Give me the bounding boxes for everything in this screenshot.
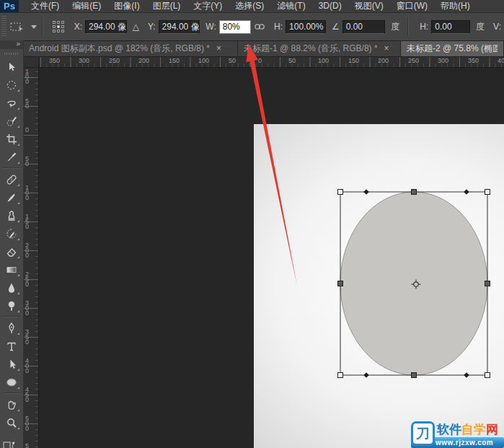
menu-item-layer[interactable]: 图层(L) (146, 0, 187, 12)
tool-ellipse[interactable] (1, 373, 22, 391)
transform-handle-sw[interactable] (338, 373, 343, 378)
tab-doc-untitled2[interactable]: 未标题-2 @ 75.8% (椭圆 (401, 40, 504, 56)
dodge-icon (6, 300, 17, 312)
toolbar-collapse-button[interactable]: » (0, 40, 23, 49)
tool-hand[interactable] (1, 395, 22, 413)
tool-path-selection[interactable] (1, 355, 22, 373)
brush-icon (6, 192, 17, 203)
tool-blur[interactable] (1, 278, 22, 297)
pen-icon (6, 322, 17, 334)
menu-item-window[interactable]: 窗口(W) (390, 0, 434, 12)
tool-healing-brush[interactable] (1, 170, 22, 188)
history-brush-icon (6, 228, 17, 240)
vertical-ruler[interactable]: 1 0 05 005 01 0 01 5 02 0 02 5 03 0 03 5… (23, 67, 39, 448)
h-ruler-label: 300 (438, 57, 448, 64)
tool-gradient[interactable] (1, 260, 22, 278)
tool-eyedropper[interactable] (1, 148, 22, 166)
watermark-url: www.rjzxw.com (436, 439, 493, 447)
h-ruler-label: 200 (378, 57, 389, 64)
transform-tool-icon (9, 21, 25, 32)
reference-point-locator[interactable] (53, 21, 64, 32)
transform-handle-se[interactable] (485, 373, 490, 378)
toolbar-separator (3, 167, 20, 169)
transform-handle-e[interactable] (485, 281, 490, 286)
tool-crop[interactable] (1, 130, 22, 148)
anchor-point-icon[interactable] (363, 372, 368, 377)
skew-v-label: V: (493, 22, 501, 32)
transform-handle-n[interactable] (412, 190, 417, 195)
height-input[interactable]: 100.00% (286, 20, 326, 34)
tab-doc-untitled1[interactable]: 未标题-1 @ 88.2% (音乐, RGB/8) *× (238, 40, 401, 56)
menu-item-type[interactable]: 文字(Y) (187, 0, 229, 12)
transform-handle-nw[interactable] (338, 190, 343, 195)
v-ruler-label: 4 5 0 (25, 387, 29, 403)
menu-item-view[interactable]: 视图(V) (348, 0, 390, 12)
v-ruler-label: 3 5 0 (25, 330, 29, 345)
tool-marquee[interactable] (1, 76, 22, 94)
y-input[interactable]: 294.00 像素 (159, 20, 200, 34)
tool-preset-caret-icon[interactable] (31, 25, 37, 29)
anchor-point-icon[interactable] (363, 189, 368, 194)
menu-bar: Ps 文件(F)编辑(E)图像(I)图层(L)文字(Y)选择(S)滤镜(T)3D… (0, 0, 504, 13)
menu-item-file[interactable]: 文件(F) (25, 0, 66, 12)
h-ruler-label: 250 (408, 57, 419, 64)
delta-icon[interactable]: △ (133, 22, 139, 32)
tab-close-icon[interactable]: × (216, 44, 221, 53)
tab-close-icon[interactable]: × (384, 44, 389, 53)
v-ruler-label: 3 0 0 (25, 301, 29, 316)
h-label: H: (274, 22, 283, 32)
h-ruler-label: 100 (318, 57, 329, 64)
move-icon (6, 61, 17, 73)
photoshop-window: Ps 文件(F)编辑(E)图像(I)图层(L)文字(Y)选择(S)滤镜(T)3D… (0, 0, 504, 448)
menu-item-help[interactable]: 帮助(H) (434, 0, 477, 12)
tool-history-brush[interactable] (1, 224, 22, 242)
menu-item-edit[interactable]: 编辑(E) (66, 0, 107, 12)
link-dimensions-icon[interactable] (254, 23, 265, 30)
h-ruler-label: 400 (498, 57, 504, 64)
toolbar-separator (3, 392, 20, 394)
tools-panel: » (0, 40, 24, 448)
anchor-point-icon[interactable] (464, 189, 469, 194)
menu-item-select[interactable]: 选择(S) (229, 0, 270, 12)
tool-lasso[interactable] (1, 94, 22, 112)
v-ruler-label: 5 0 (25, 99, 29, 109)
options-grip (1, 16, 6, 38)
width-input[interactable]: 80% (219, 20, 251, 34)
tool-zoom[interactable] (1, 413, 22, 431)
path-selection-icon (6, 359, 17, 370)
tool-pen[interactable] (1, 319, 22, 337)
skew-h-input[interactable]: 0.00 (431, 20, 470, 34)
marquee-icon (6, 79, 17, 91)
v-ruler-label: 2 5 0 (25, 272, 29, 287)
tool-eraser[interactable] (1, 242, 22, 260)
menu-item-3d[interactable]: 3D(D) (312, 0, 348, 12)
transform-handle-s[interactable] (412, 373, 417, 378)
transform-handle-ne[interactable] (485, 190, 490, 195)
v-ruler-label: 2 0 0 (25, 243, 29, 258)
document-tab-bar: Android 图标副本.psd @ 182% (音乐, RGB/8) *×未标… (23, 40, 504, 57)
h-ruler-label: 150 (348, 57, 359, 64)
tab-doc-android[interactable]: Android 图标副本.psd @ 182% (音乐, RGB/8) *× (23, 40, 238, 56)
tool-clone-stamp[interactable] (1, 206, 22, 224)
skew-h-unit: 度 (476, 21, 485, 33)
anchor-point-icon[interactable] (464, 372, 469, 377)
angle-icon: ∠ (332, 22, 340, 32)
h-ruler-label: 100 (198, 57, 209, 64)
tool-move[interactable] (1, 58, 22, 76)
tool-quick-selection[interactable] (1, 112, 22, 130)
menu-item-filter[interactable]: 滤镜(T) (270, 0, 311, 12)
x-input[interactable]: 294.00 像素 (85, 20, 127, 34)
tab-title: 未标题-1 @ 88.2% (音乐, RGB/8) * (244, 43, 378, 55)
ellipse-icon (6, 377, 17, 388)
transform-handle-w[interactable] (338, 281, 343, 286)
crop-icon (6, 133, 17, 145)
eraser-icon (6, 246, 17, 258)
tool-dodge[interactable] (1, 297, 22, 315)
rotate-input[interactable]: 0.00 (342, 20, 386, 34)
color-swatches-icon[interactable] (3, 441, 20, 448)
tool-brush[interactable] (1, 188, 22, 206)
tool-type[interactable] (1, 337, 22, 355)
horizontal-ruler[interactable]: 4003503002502001501005005010015020025030… (23, 56, 504, 68)
h-ruler-label: 350 (49, 57, 60, 64)
menu-item-image[interactable]: 图像(I) (107, 0, 146, 12)
